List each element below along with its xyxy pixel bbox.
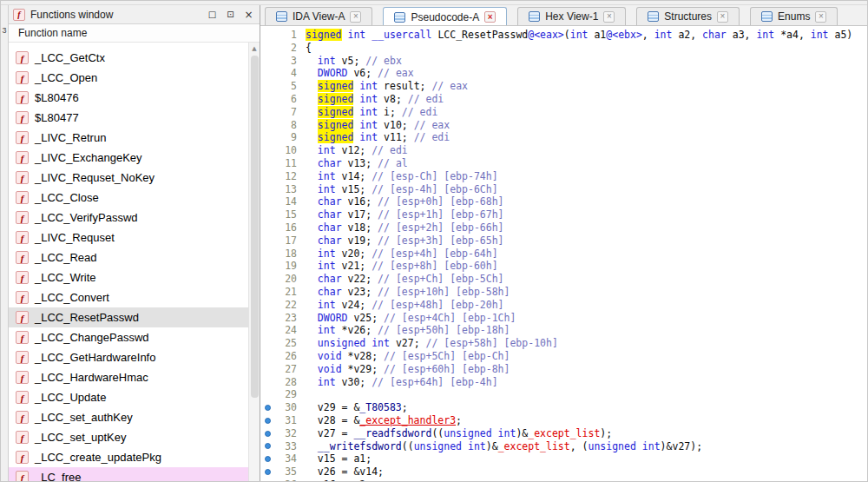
tab-ida-view-a[interactable]: IDA View-A× [265, 7, 372, 25]
code-line[interactable]: 29 [260, 388, 867, 401]
function-row[interactable]: f_LCC_GetHardwareInfo [9, 347, 248, 367]
code-line[interactable]: 7 signed int i; // edi [260, 106, 867, 119]
function-row[interactable]: f_LC_free [9, 467, 248, 481]
line-marker-dot[interactable] [260, 414, 274, 427]
gutter-space [260, 183, 274, 196]
code-line[interactable]: 28 int v30; // [esp+64h] [ebp-4h] [260, 376, 867, 389]
code-line[interactable]: 17 char v19; // [esp+3h] [ebp-65h] [260, 234, 867, 248]
code-line[interactable]: 23 DWORD v25; // [esp+4Ch] [ebp-1Ch] [260, 312, 867, 325]
function-row[interactable]: f_LCC_Open [9, 68, 248, 88]
function-row[interactable]: f_LIVC_Requset_NoKey [9, 168, 248, 188]
code-line[interactable]: 31 v28 = &_except_handler3; [260, 414, 867, 427]
scroll-up-icon[interactable]: ▲ [249, 43, 260, 54]
code-line[interactable]: 5 signed int result; // eax [260, 80, 867, 93]
code-line[interactable]: 4 DWORD v6; // eax [260, 67, 867, 80]
code-line[interactable]: 27 void *v29; // [esp+60h] [ebp-8h] [260, 363, 867, 376]
function-row[interactable]: f_LCC_Read [9, 248, 248, 267]
code-line[interactable]: 25 unsigned int v27; // [esp+58h] [ebp-1… [260, 337, 867, 350]
function-name-column-header[interactable]: Function name [9, 24, 260, 43]
code-line[interactable]: 34 v15 = a1; [260, 452, 867, 465]
function-name: _LCC_set_uptKey [35, 431, 127, 444]
function-name: _LC_free [35, 471, 81, 481]
code-text: int v15; // [esp-4h] [ebp-6Ch] [306, 183, 498, 196]
function-row[interactable]: f_LCC_Convert [9, 287, 248, 307]
function-row[interactable]: f_LCC_VerifyPasswd [9, 208, 248, 228]
function-row[interactable]: f_LCC_Close [9, 188, 248, 208]
function-row[interactable]: f_LIVC_Retrun [9, 128, 248, 148]
code-line[interactable]: 30 v29 = &_T80583; [260, 401, 867, 414]
function-icon: f [16, 351, 29, 364]
code-line[interactable]: 13 int v15; // [esp-4h] [ebp-6Ch] [260, 183, 867, 196]
code-text: char v13; // al [306, 157, 408, 170]
gutter-space [260, 299, 274, 312]
function-row[interactable]: f_LCC_set_uptKey [9, 427, 248, 447]
tab-close-icon[interactable]: × [484, 11, 496, 23]
code-line[interactable]: 1signed int __usercall LCC_ResetPasswd@<… [260, 29, 867, 42]
code-line[interactable]: 18 int v20; // [esp+4h] [ebp-64h] [260, 248, 867, 261]
function-row[interactable]: f_LCC_GetCtx [9, 48, 248, 68]
function-row[interactable]: f_LCC_set_authKey [9, 407, 248, 427]
function-row[interactable]: f_LCC_Write [9, 267, 248, 287]
code-text: signed int v10; // eax [306, 119, 450, 132]
tab-close-icon[interactable]: × [815, 11, 826, 23]
line-marker-dot[interactable] [260, 401, 274, 414]
code-line[interactable]: 9 signed int v11; // edi [260, 131, 867, 144]
function-row[interactable]: f_LCC_ResetPasswd [9, 307, 248, 327]
tab-hex-view-1[interactable]: Hex View-1× [517, 7, 626, 25]
code-line[interactable]: 2{ [260, 42, 867, 55]
scrollbar-thumb[interactable] [251, 56, 259, 398]
function-row[interactable]: f_LCC_create_updatePkg [9, 447, 248, 467]
tab-structures[interactable]: Structures× [636, 7, 740, 25]
code-line[interactable]: 36 v16 = a2; [260, 479, 867, 481]
code-line[interactable]: 20 char v22; // [esp+Ch] [ebp-5Ch] [260, 273, 867, 286]
code-line[interactable]: 22 int v24; // [esp+48h] [ebp-20h] [260, 299, 867, 312]
line-number: 31 [274, 414, 297, 427]
function-row[interactable]: f_LCC_Update [9, 387, 248, 407]
tab-label: Pseudocode-A [411, 11, 479, 23]
code-line[interactable]: 16 char v18; // [esp+2h] [ebp-66h] [260, 221, 867, 234]
tab-close-icon[interactable]: × [603, 11, 615, 23]
code-line[interactable]: 32 v27 = __readfsdword((unsigned int)&_e… [260, 427, 867, 440]
line-marker-dot[interactable] [260, 452, 274, 465]
gutter-space [260, 376, 274, 389]
code-line[interactable]: 26 void *v28; // [esp+5Ch] [ebp-Ch] [260, 350, 867, 363]
dock-window-icon[interactable]: ⊡ [224, 8, 237, 21]
function-row[interactable]: f$L80476 [9, 88, 248, 108]
functions-scrollbar[interactable]: ▲ [248, 43, 260, 481]
code-line[interactable]: 6 signed int v8; // edi [260, 93, 867, 106]
code-line[interactable]: 24 int *v26; // [esp+50h] [ebp-18h] [260, 324, 867, 337]
tab-close-icon[interactable]: × [717, 11, 728, 23]
tab-pseudocode-a[interactable]: Pseudocode-A× [383, 7, 507, 26]
line-number: 8 [274, 119, 297, 132]
gutter-space [260, 55, 274, 68]
code-line[interactable]: 35 v26 = &v14; [260, 465, 867, 479]
function-row[interactable]: f_LIVC_ExchangeKey [9, 148, 248, 168]
code-line[interactable]: 8 signed int v10; // eax [260, 119, 867, 132]
line-marker-dot[interactable] [260, 427, 274, 440]
line-marker-dot[interactable] [260, 465, 274, 479]
code-line[interactable]: 10 int v12; // edi [260, 144, 867, 157]
code-line[interactable]: 11 char v13; // al [260, 157, 867, 170]
line-marker-dot[interactable] [260, 440, 274, 453]
tab-enums[interactable]: Enums× [750, 7, 838, 25]
close-panel-icon[interactable]: × [242, 8, 255, 21]
code-line[interactable]: 3 int v5; // ebx [260, 55, 867, 68]
code-text: signed int i; // edi [306, 106, 437, 119]
line-number: 2 [274, 42, 297, 55]
gutter-space [260, 248, 274, 261]
code-line[interactable]: 33 __writefsdword((unsigned int)&_except… [260, 440, 867, 453]
function-row[interactable]: f_LCC_ChangePasswd [9, 327, 248, 347]
code-line[interactable]: 19 int v21; // [esp+8h] [ebp-60h] [260, 260, 867, 273]
code-text: v15 = a1; [306, 452, 372, 465]
function-row[interactable]: f_LIVC_Requset [9, 228, 248, 248]
line-marker-dot[interactable] [260, 479, 274, 481]
function-row[interactable]: f_LCC_HardwareHmac [9, 367, 248, 387]
function-row[interactable]: f$L80477 [9, 108, 248, 128]
code-view[interactable]: 1signed int __usercall LCC_ResetPasswd@<… [260, 26, 867, 481]
code-line[interactable]: 12 int v14; // [esp-Ch] [ebp-74h] [260, 170, 867, 183]
code-line[interactable]: 21 char v23; // [esp+10h] [ebp-58h] [260, 286, 867, 299]
code-line[interactable]: 14 char v16; // [esp+0h] [ebp-68h] [260, 195, 867, 208]
code-line[interactable]: 15 char v17; // [esp+1h] [ebp-67h] [260, 208, 867, 221]
restore-window-icon[interactable]: □ [206, 8, 219, 21]
tab-close-icon[interactable]: × [350, 11, 361, 23]
